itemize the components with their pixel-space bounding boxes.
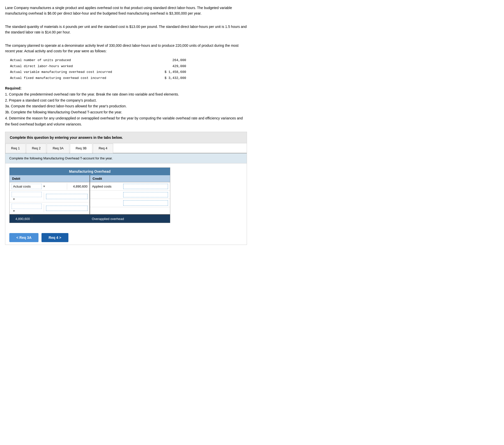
tab-content-instruction: Complete the following Manufacturing Ove…: [5, 153, 247, 163]
tab-req3a[interactable]: Req 3A: [47, 144, 69, 153]
tab-req1[interactable]: Req 1: [5, 144, 26, 153]
credit-label-1: Applied costs: [90, 183, 121, 190]
dropdown-arrow-icon-2: ▼: [13, 198, 15, 201]
actual-data-row: Actual direct labor-hours worked429,000: [10, 63, 186, 69]
credit-row-3: [90, 199, 170, 207]
credit-input-1[interactable]: [123, 184, 168, 189]
t-total-right: Overapplied overhead: [90, 216, 170, 222]
instruction-box: Complete this question by entering your …: [5, 132, 247, 143]
t-total-left: 4,890,600: [10, 216, 90, 222]
debit-dropdown-trigger[interactable]: Actual costs ▼: [12, 184, 65, 189]
t-account: Manufacturing Overhead Debit Credit Actu…: [9, 167, 170, 223]
credit-input-2[interactable]: [123, 192, 168, 197]
tab-req3b[interactable]: Req 3B: [70, 144, 92, 153]
t-account-wrapper: Manufacturing Overhead Debit Credit Actu…: [5, 163, 247, 227]
debit-section: Actual costs ▼ 4,890,600 ▼: [10, 182, 90, 214]
t-account-headers: Debit Credit: [10, 175, 170, 182]
credit-amount-3[interactable]: [121, 199, 170, 207]
tabs-container: Req 1Req 2Req 3AReq 3BReq 4 Complete the…: [5, 143, 247, 245]
credit-amount-1[interactable]: [121, 183, 170, 190]
debit-label-1[interactable]: Actual costs ▼: [10, 183, 67, 190]
credit-section: Applied costs: [90, 182, 170, 214]
credit-row-2: [90, 191, 170, 199]
required-section: Required: 1. Compute the predetermined o…: [5, 85, 247, 127]
required-title: Required:: [5, 86, 21, 90]
total-credit-label: Overapplied overhead: [90, 216, 126, 222]
tab-req2[interactable]: Req 2: [26, 144, 47, 153]
required-item: 2. Prepare a standard cost card for the …: [5, 98, 247, 104]
debit-input-3[interactable]: [46, 206, 88, 211]
next-button[interactable]: Req 4 >: [41, 233, 68, 242]
required-item: 1. Compute the predetermined overhead ra…: [5, 92, 247, 98]
paragraph-3: The company planned to operate at a deno…: [5, 43, 247, 54]
required-item: 3a. Compute the standard direct labor-ho…: [5, 103, 247, 109]
total-debit-value: 4,890,600: [10, 216, 32, 222]
debit-selected-label-3: [12, 204, 42, 209]
debit-row-2: ▼: [10, 191, 90, 202]
debit-label-2[interactable]: ▼: [10, 191, 44, 202]
t-total-row: 4,890,600 Overapplied overhead: [10, 214, 170, 223]
debit-row-3: ▼: [10, 202, 90, 214]
debit-row-1: Actual costs ▼ 4,890,600: [10, 182, 90, 191]
debit-selected-label-1: Actual costs: [12, 184, 42, 189]
credit-label-3: [90, 200, 121, 206]
debit-label-3[interactable]: ▼: [10, 202, 44, 214]
credit-label-2: [90, 192, 121, 198]
paragraph-2: The standard quantity of materials is 4 …: [5, 24, 247, 35]
debit-selected-label-2: [12, 192, 42, 197]
t-account-body: Actual costs ▼ 4,890,600 ▼: [10, 182, 170, 214]
t-account-title: Manufacturing Overhead: [10, 168, 170, 175]
actual-data-row: Actual fixed manufacturing overhead cost…: [10, 75, 186, 81]
credit-input-3[interactable]: [123, 200, 168, 206]
prev-button[interactable]: < Req 3A: [9, 233, 38, 242]
required-item: 3b. Complete the following Manufacturing…: [5, 109, 247, 115]
actual-data-row: Actual number of units produced264,000: [10, 57, 186, 63]
required-item: 4. Determine the reason for any underapp…: [5, 115, 247, 127]
debit-input-2[interactable]: [46, 194, 88, 199]
debit-header: Debit: [10, 175, 90, 182]
credit-header: Credit: [90, 175, 170, 182]
navigation-buttons: < Req 3A Req 4 >: [5, 231, 247, 245]
tab-req4[interactable]: Req 4: [93, 144, 113, 153]
actual-data-table: Actual number of units produced264,000Ac…: [10, 57, 247, 81]
credit-amount-2[interactable]: [121, 191, 170, 199]
debit-amount-3[interactable]: [44, 204, 90, 212]
credit-row-1: Applied costs: [90, 182, 170, 191]
debit-amount-2[interactable]: [44, 193, 90, 200]
actual-data-row: Actual variable manufacturing overhead c…: [10, 69, 186, 75]
paragraph-1: Lane Company manufactures a single produ…: [5, 5, 247, 16]
dropdown-arrow-icon: ▼: [43, 185, 46, 188]
tabs-row: Req 1Req 2Req 3AReq 3BReq 4: [5, 143, 247, 153]
dropdown-arrow-icon-3: ▼: [13, 209, 15, 212]
debit-amount-1: 4,890,600: [67, 183, 90, 190]
